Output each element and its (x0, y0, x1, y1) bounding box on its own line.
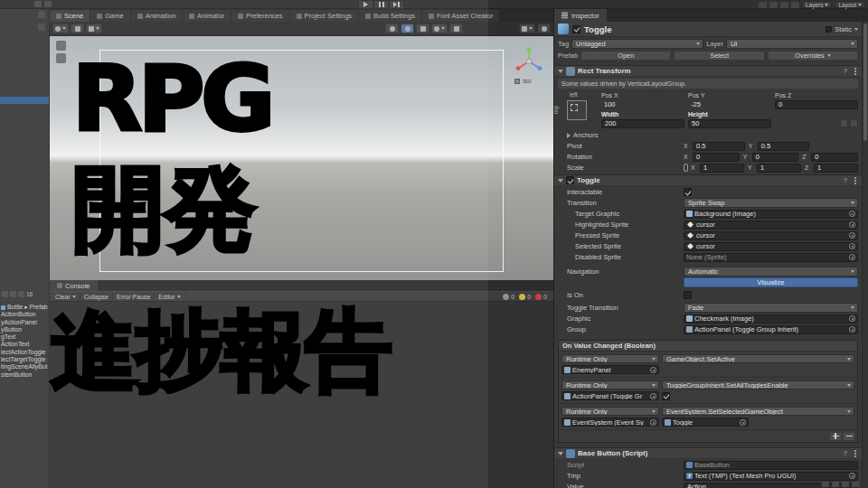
is-on-checkbox[interactable] (684, 291, 692, 299)
blueprint-mode-icon[interactable] (840, 119, 848, 127)
move-tool-icon[interactable] (56, 53, 66, 63)
scene-camera-settings-button[interactable] (537, 23, 551, 33)
console-info-filter[interactable]: 0 (503, 294, 514, 300)
list-item[interactable]: tingSceneAllyBut (0, 363, 50, 371)
selected-row-highlight[interactable] (0, 97, 49, 104)
event-mode-dropdown[interactable]: Runtime Only (561, 354, 659, 363)
tab-animator[interactable]: Animator (183, 10, 231, 22)
pivot-y-field[interactable]: 0.5 (758, 142, 810, 151)
undo-history-icon[interactable] (759, 2, 767, 8)
scene-lighting-toggle[interactable] (401, 23, 414, 33)
script-field[interactable]: BaseButton (684, 461, 858, 470)
scale-x-field[interactable]: 1 (700, 164, 744, 173)
2d-mode-toggle[interactable] (71, 23, 84, 33)
list-item[interactable]: ActionText (0, 341, 50, 348)
play-button[interactable] (358, 0, 373, 9)
scrollbar-thumb[interactable] (863, 23, 867, 141)
disabled-sprite-field[interactable]: None (Sprite) (684, 253, 858, 262)
scene-visibility-dropdown[interactable] (86, 23, 102, 33)
panel-create-icon[interactable] (38, 23, 45, 31)
object-picker-icon[interactable] (650, 419, 656, 426)
visualize-button[interactable]: Visualize (684, 277, 858, 287)
list-item[interactable]: yButton (0, 326, 50, 333)
scene-orientation-gizmo[interactable] (513, 47, 545, 78)
static-dropdown[interactable]: Static (826, 25, 858, 33)
account-icon[interactable] (791, 2, 799, 8)
tab-build-settings[interactable]: Build Settings (359, 10, 422, 22)
tab-scene[interactable]: Scene (50, 10, 90, 22)
list-item[interactable]: yActionPanel (0, 319, 50, 326)
foldout-icon[interactable] (567, 133, 571, 138)
toggle-transition-dropdown[interactable]: Fade (684, 303, 858, 313)
event-target-field[interactable]: ActionPanel (Toggle Gr (561, 391, 659, 400)
foldout-icon[interactable] (558, 70, 563, 73)
rotation-x-field[interactable]: 0 (693, 153, 740, 162)
render-doc-button[interactable] (385, 23, 399, 33)
tab-project-settings[interactable]: Project Settings (290, 10, 360, 22)
tab-animation[interactable]: Animation (131, 10, 183, 22)
base-button-header[interactable]: Base Button (Script) ? (554, 447, 862, 459)
pos-z-field[interactable]: 0 (775, 100, 858, 109)
pause-button[interactable] (373, 0, 389, 9)
filter-icon[interactable] (18, 291, 24, 297)
scale-y-field[interactable]: 1 (757, 164, 801, 173)
event-bool-checkbox[interactable] (662, 392, 670, 400)
grid-icon[interactable] (34, 1, 42, 7)
list-item[interactable]: ActionButton (0, 311, 50, 318)
remove-event-button[interactable] (843, 432, 855, 441)
inspector-scrollbar[interactable] (862, 22, 868, 488)
list-item[interactable]: stemButton (0, 371, 50, 379)
object-picker-icon[interactable] (849, 221, 855, 228)
anchor-preset-button[interactable] (567, 100, 587, 120)
raw-edit-mode-icon[interactable] (850, 119, 858, 127)
object-picker-icon[interactable] (740, 419, 746, 426)
selected-sprite-field[interactable]: cursor (684, 242, 858, 251)
search-icon[interactable] (769, 2, 778, 8)
object-picker-icon[interactable] (849, 243, 855, 249)
tab-font-asset-creator[interactable]: Font Asset Creator (422, 10, 501, 22)
tab-preferences[interactable]: Preferences (231, 10, 289, 22)
transition-dropdown[interactable]: Sprite Swap (684, 198, 858, 208)
hidden-objects-toggle[interactable] (449, 23, 463, 33)
navigation-dropdown[interactable]: Automatic (684, 267, 858, 277)
console-editor-dropdown[interactable]: Editor (155, 292, 184, 302)
draw-mode-dropdown[interactable] (52, 23, 69, 33)
kebab-menu-icon[interactable] (854, 180, 856, 182)
list-item[interactable]: gText (0, 333, 50, 341)
tab-game[interactable]: Game (90, 10, 130, 22)
object-picker-icon[interactable] (849, 326, 855, 333)
event-mode-dropdown[interactable]: Runtime Only (561, 380, 659, 389)
step-button[interactable] (389, 0, 404, 9)
rotation-z-field[interactable]: 0 (811, 153, 858, 162)
layers-dropdown[interactable]: Layers (802, 1, 833, 8)
event-function-dropdown[interactable]: GameObject.SetActive (662, 354, 854, 363)
gameobject-name[interactable]: Toggle (584, 24, 611, 34)
help-icon[interactable]: ? (844, 449, 847, 457)
favorites-icon[interactable] (2, 291, 8, 297)
list-item[interactable]: lectTargetToggle (0, 356, 50, 363)
console-clear-button[interactable]: Clear (52, 292, 80, 302)
grid-snap-icon[interactable] (56, 41, 66, 51)
console-log-area[interactable] (50, 303, 553, 488)
console-error-filter[interactable]: 0 (535, 294, 547, 300)
cloud-services-icon[interactable] (780, 2, 788, 8)
help-icon[interactable]: ? (844, 67, 847, 75)
object-picker-icon[interactable] (849, 473, 855, 479)
scale-z-field[interactable]: 1 (814, 164, 858, 173)
kebab-menu-icon[interactable] (854, 70, 856, 72)
console-error-pause-toggle[interactable]: Error Pause (113, 292, 155, 302)
event-mode-dropdown[interactable]: Runtime Only (561, 407, 659, 416)
pivot-x-field[interactable]: 0.5 (693, 142, 745, 151)
height-field[interactable]: 50 (688, 119, 771, 128)
event-function-dropdown[interactable]: EventSystem.SetSelectedGameObject (662, 407, 854, 416)
plus-icon[interactable] (10, 291, 16, 297)
component-enabled-checkbox[interactable] (566, 176, 574, 184)
object-picker-icon[interactable] (849, 315, 855, 322)
tag-dropdown[interactable]: Untagged (571, 39, 703, 49)
object-picker-icon[interactable] (849, 211, 855, 217)
pressed-sprite-field[interactable]: cursor (684, 231, 858, 240)
width-field[interactable]: 200 (601, 119, 684, 128)
panel-menu-icon[interactable] (38, 11, 45, 18)
anchors-row[interactable]: Anchors (554, 130, 862, 140)
object-picker-icon[interactable] (650, 367, 656, 373)
